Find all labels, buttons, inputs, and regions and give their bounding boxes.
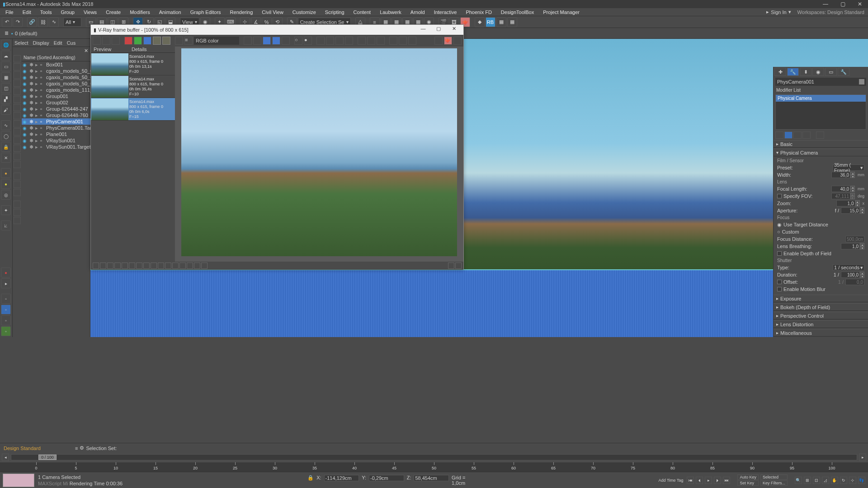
bind-button[interactable]: ∿ [49, 17, 59, 27]
plugin-button-2[interactable]: RB [486, 17, 495, 27]
specify-fov-checkbox[interactable] [777, 194, 782, 198]
se-column-header[interactable]: Name (Sorted Ascending) [22, 54, 96, 61]
menu-arnold[interactable]: Arnold [406, 9, 429, 16]
rail-box-icon[interactable]: ▭ [1, 61, 11, 71]
duration-spinner[interactable] [841, 272, 860, 278]
expand-icon[interactable]: ▸ [35, 75, 39, 80]
expand-icon[interactable]: ▸ [35, 119, 39, 125]
pin-stack-button[interactable] [775, 131, 783, 139]
rollout-lens-distortion[interactable]: ▸ Lens Distortion [774, 320, 868, 328]
vfb-render-last-button[interactable] [434, 37, 443, 45]
se-tab-edit[interactable]: Edit [54, 40, 62, 46]
vfb-red-channel-button[interactable] [124, 37, 132, 45]
vfb-bb-11[interactable] [165, 263, 171, 269]
vfb-blue-channel-button[interactable] [143, 37, 151, 45]
expand-icon[interactable]: ▸ [35, 81, 39, 87]
shutter-type-dropdown[interactable]: 1 / seconds▾ [833, 264, 864, 271]
next-frame-button[interactable]: ⏵ [714, 477, 721, 484]
freeze-icon[interactable]: ❄ [29, 131, 34, 137]
expand-icon[interactable]: ▸ [35, 100, 39, 106]
visibility-icon[interactable]: ◉ [23, 145, 28, 150]
rail-sq3-icon[interactable]: ▫ [1, 315, 11, 325]
scene-explorer-toggle[interactable]: ≣ [5, 30, 9, 36]
expand-icon[interactable]: ▸ [35, 125, 39, 131]
vfb-bb-8[interactable] [143, 263, 150, 269]
vfb-tb-copy[interactable] [316, 37, 325, 45]
vfb-render-area[interactable] [175, 47, 463, 262]
scene-explorer-item[interactable]: ◉❄▸▫cgaxis_models_50_08 [22, 68, 96, 74]
expand-icon[interactable]: ▸ [35, 94, 39, 99]
vfb-render-button[interactable]: 🫖 [444, 37, 452, 45]
se-tool-18[interactable] [14, 201, 21, 208]
vfb-tb-region[interactable]: ○ [294, 37, 302, 45]
se-tab-customize[interactable]: Cus [67, 40, 76, 46]
x-coord-field[interactable]: -114,129cm [324, 475, 359, 481]
vfb-bb-3[interactable] [107, 263, 113, 269]
scene-explorer-item[interactable]: ◉❄▸▫Group001 [22, 93, 96, 99]
expand-icon[interactable]: ▸ [35, 87, 39, 93]
vfb-menu-icon[interactable]: ≡ [184, 37, 193, 45]
key-filters-button[interactable]: Key Filters... [760, 480, 788, 486]
menu-laubwerk[interactable]: Laubwerk [375, 9, 406, 16]
nav-zoom-button[interactable]: 🔍 [795, 477, 802, 484]
freeze-icon[interactable]: ❄ [29, 100, 34, 106]
scene-explorer-item[interactable]: ◉❄▸▫cgaxis_models_50_08 [22, 80, 96, 87]
signin-button[interactable]: ▸ Sign In ▾ [763, 9, 794, 15]
vfb-bb-7[interactable] [136, 263, 142, 269]
visibility-icon[interactable]: ◉ [23, 132, 28, 137]
time-slider[interactable]: 0 / 100 [11, 454, 857, 460]
vfb-bb-4[interactable] [114, 263, 121, 269]
menu-civil-view[interactable]: Civil View [257, 9, 288, 16]
nav-zoom-all-button[interactable]: ⊞ [804, 477, 811, 484]
vfb-bb-15[interactable] [194, 263, 200, 269]
expand-icon[interactable]: ▸ [35, 138, 39, 144]
menu-interactive[interactable]: Interactive [429, 9, 462, 16]
menu-file[interactable]: File [1, 9, 18, 16]
rail-target-icon[interactable]: ◎ [1, 190, 11, 200]
scene-explorer-item[interactable]: ◉❄▸▫Group-626448-247 [22, 106, 96, 112]
vfb-bb-16[interactable] [201, 263, 208, 269]
focal-length-spinner[interactable] [831, 186, 850, 192]
vfb-bb-13[interactable] [179, 263, 186, 269]
expand-icon[interactable]: ▸ [35, 68, 39, 74]
vfb-tb-lens-2[interactable] [399, 37, 407, 45]
rail-globe-icon[interactable]: 🌐 [1, 40, 11, 50]
nav-walk-button[interactable]: 👣 [858, 477, 865, 484]
vfb-stop-button[interactable] [453, 37, 462, 45]
freeze-icon[interactable]: ❄ [29, 119, 34, 125]
menu-animation[interactable]: Animation [155, 9, 186, 16]
se-tool-5[interactable] [14, 88, 21, 95]
menu-create[interactable]: Create [101, 9, 125, 16]
nav-pan-button[interactable]: ✋ [831, 477, 838, 484]
motion-tab[interactable]: ◉ [812, 68, 824, 76]
vfb-tb-lens-3[interactable] [408, 37, 416, 45]
redo-button[interactable]: ↷ [13, 17, 23, 27]
vfb-save-all-button[interactable] [102, 37, 110, 45]
vfb-bb-1[interactable] [93, 263, 99, 269]
aperture-spinner[interactable] [841, 207, 860, 214]
visibility-icon[interactable]: ◉ [23, 107, 28, 112]
menu-scripting[interactable]: Scripting [321, 9, 349, 16]
vfb-tb-center[interactable] [367, 37, 375, 45]
freeze-icon[interactable]: ❄ [29, 68, 34, 74]
expand-icon[interactable]: ▸ [35, 62, 39, 68]
modifier-stack[interactable]: Physical Camera [775, 94, 866, 130]
vfb-tb-folder[interactable] [326, 37, 334, 45]
rollout-bokeh[interactable]: ▸ Bokeh (Depth of Field) [774, 303, 868, 311]
se-tool-3[interactable] [14, 71, 21, 79]
vfb-bb-12[interactable] [172, 263, 179, 269]
rollout-exposure[interactable]: ▸ Exposure [774, 295, 868, 302]
vfb-green-channel-button[interactable] [134, 37, 142, 45]
workspace-selector[interactable]: Workspaces: Design Standard [795, 9, 867, 15]
custom-radio[interactable]: ○ [777, 229, 780, 235]
rail-paint-icon[interactable]: 🖌 [1, 105, 11, 115]
sel-set-icon[interactable]: ≡ [75, 446, 78, 451]
plugin-button-3[interactable]: ▦ [496, 17, 506, 27]
menu-content[interactable]: Content [349, 9, 376, 16]
vfb-tb-3[interactable] [282, 37, 290, 45]
set-key-button[interactable]: Set Key [737, 480, 759, 486]
remove-modifier-button[interactable] [802, 131, 811, 139]
make-unique-button[interactable] [793, 131, 802, 139]
scene-explorer-item[interactable]: ◉❄▸▫Group002 [22, 99, 96, 106]
se-tab-display[interactable]: Display [33, 40, 49, 46]
